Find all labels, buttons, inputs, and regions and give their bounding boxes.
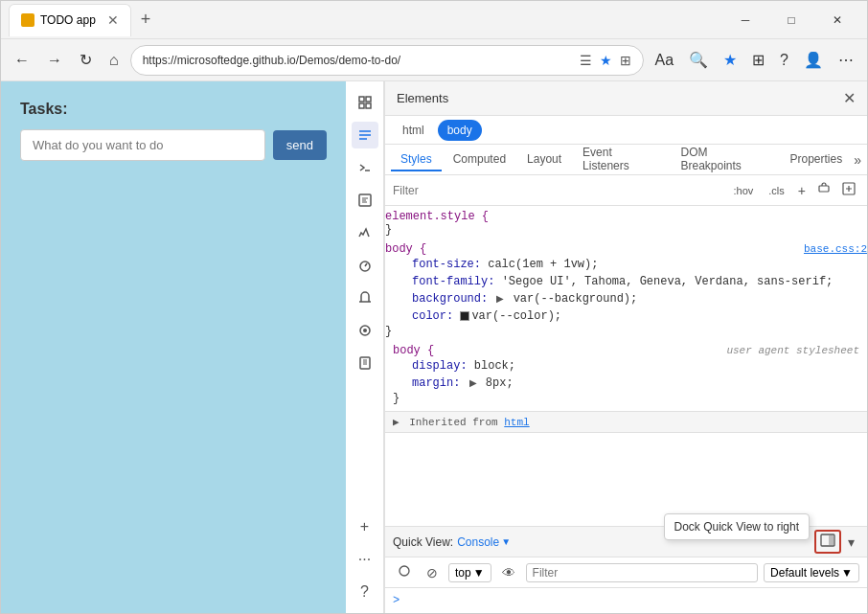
quick-view-dropdown-arrow: ▼ bbox=[501, 536, 511, 547]
forward-button[interactable]: → bbox=[41, 48, 68, 73]
svg-point-13 bbox=[400, 566, 409, 576]
sidebar-application-icon[interactable] bbox=[352, 317, 378, 344]
tab-styles[interactable]: Styles bbox=[391, 148, 442, 171]
svg-rect-9 bbox=[819, 186, 829, 192]
minimize-button[interactable]: ─ bbox=[723, 6, 767, 34]
body-rule: body { base.css:2 font-size: calc(1em + … bbox=[385, 242, 867, 338]
new-style-rule-button[interactable] bbox=[838, 180, 859, 200]
tab-close-button[interactable]: ✕ bbox=[107, 13, 119, 27]
devtools-header: Elements ✕ bbox=[385, 81, 867, 116]
add-style-rule-button[interactable]: + bbox=[794, 181, 810, 200]
send-button[interactable]: send bbox=[273, 130, 327, 160]
toggle-element-state-button[interactable] bbox=[813, 180, 834, 200]
sidebar-memory-icon[interactable] bbox=[352, 284, 378, 311]
svg-rect-12 bbox=[829, 535, 834, 545]
console-eye-button[interactable]: 👁 bbox=[497, 563, 520, 582]
dom-tab-body[interactable]: body bbox=[438, 120, 482, 141]
reader-icon: ☰ bbox=[580, 53, 592, 68]
element-style-selector: element.style { bbox=[385, 210, 489, 223]
devtools-panel: Elements ✕ html body Styles Computed Lay… bbox=[384, 81, 867, 613]
sidebar-sources-icon[interactable] bbox=[352, 187, 378, 214]
browser-toolbar: Aa 🔍 ★ ⊞ ? 👤 ⋯ bbox=[650, 47, 859, 73]
filter-bar: :hov .cls + bbox=[385, 175, 867, 206]
console-levels-dropdown[interactable]: Default levels ▼ bbox=[764, 563, 859, 582]
devtools-title: Elements bbox=[397, 91, 448, 105]
styles-panel-content: element.style { } body { base.css:2 font… bbox=[385, 206, 867, 526]
css-background: background: ▶ var(--background); bbox=[385, 290, 867, 307]
browser-wallet-button[interactable]: ⊞ bbox=[746, 47, 770, 73]
devtools-close-button[interactable]: ✕ bbox=[843, 89, 856, 107]
dock-quick-view-right-button[interactable] bbox=[814, 530, 841, 554]
inherited-chevron: ▶ bbox=[393, 417, 400, 428]
quick-view-dropdown[interactable]: Console ▼ bbox=[457, 535, 511, 549]
sidebar-network-icon[interactable] bbox=[352, 219, 378, 246]
css-font-family: font-family: 'Segoe UI', Tahoma, Geneva,… bbox=[385, 273, 867, 290]
dock-quick-view-tooltip: Dock Quick View to right bbox=[664, 513, 811, 540]
dom-tab-html[interactable]: html bbox=[393, 120, 434, 141]
settings-button[interactable]: ⋯ bbox=[833, 47, 859, 73]
tabs-more-button[interactable]: » bbox=[854, 152, 861, 168]
body-ua-selector: body { bbox=[393, 344, 434, 357]
sidebar-help-button[interactable]: ? bbox=[352, 579, 378, 605]
tab-properties[interactable]: Properties bbox=[781, 148, 853, 171]
todo-input-row: send bbox=[20, 129, 327, 161]
inherited-html-link[interactable]: html bbox=[504, 417, 529, 428]
background-expand-arrow[interactable]: ▶ bbox=[494, 293, 506, 304]
tab-computed[interactable]: Computed bbox=[444, 148, 515, 171]
profile-button[interactable]: 👤 bbox=[798, 47, 829, 73]
url-bar[interactable]: https://microsoftedge.github.io/Demos/de… bbox=[130, 45, 644, 76]
browser-tab[interactable]: TODO app ✕ bbox=[9, 4, 131, 36]
inherited-from-header: ▶ Inherited from html bbox=[385, 411, 867, 433]
sidebar-console-icon[interactable] bbox=[352, 154, 378, 181]
address-bar: ← → ↻ ⌂ https://microsoftedge.github.io/… bbox=[1, 39, 867, 81]
tab-event-listeners[interactable]: Event Listeners bbox=[573, 142, 669, 178]
read-aloud-button[interactable]: Aa bbox=[650, 48, 680, 73]
title-bar: TODO app ✕ + ─ □ ✕ bbox=[1, 1, 867, 39]
quick-view-label: Quick View: bbox=[393, 535, 453, 549]
sidebar-performance-icon[interactable] bbox=[352, 252, 378, 279]
cls-filter-button[interactable]: .cls bbox=[763, 183, 790, 198]
help-icon: ? bbox=[360, 583, 369, 601]
quick-view-more-button[interactable]: ▾ bbox=[843, 530, 859, 554]
filter-buttons: :hov .cls + bbox=[728, 180, 859, 200]
app-content: Tasks: send bbox=[1, 81, 346, 613]
help-button[interactable]: ? bbox=[774, 48, 794, 73]
console-levels-arrow: ▼ bbox=[841, 566, 853, 580]
tab-favicon bbox=[21, 13, 34, 27]
refresh-button[interactable]: ↻ bbox=[74, 47, 98, 73]
console-context-arrow: ▼ bbox=[473, 566, 485, 580]
devtools-sidebar: + ··· ? bbox=[346, 81, 384, 613]
margin-expand-arrow[interactable]: ▶ bbox=[468, 377, 479, 388]
sidebar-inspect-icon[interactable] bbox=[352, 89, 378, 116]
console-context-dropdown[interactable]: top ▼ bbox=[448, 563, 491, 582]
search-button[interactable]: 🔍 bbox=[683, 47, 714, 73]
sidebar-elements-icon[interactable] bbox=[352, 122, 378, 148]
console-prompt[interactable]: > bbox=[393, 594, 400, 607]
hov-filter-button[interactable]: :hov bbox=[728, 183, 760, 198]
todo-input[interactable] bbox=[20, 129, 265, 161]
inherited-label: Inherited from bbox=[409, 417, 497, 428]
css-margin: margin: ▶ 8px; bbox=[385, 375, 867, 392]
console-filter-toggle[interactable]: ⊘ bbox=[422, 563, 443, 582]
base-css-link[interactable]: base.css:2 bbox=[804, 243, 867, 255]
new-tab-button[interactable]: + bbox=[135, 10, 157, 30]
sidebar-customize-button[interactable]: ··· bbox=[352, 546, 378, 573]
window-controls: ─ □ ✕ bbox=[723, 6, 859, 34]
home-button[interactable]: ⌂ bbox=[103, 48, 125, 73]
tab-dom-breakpoints[interactable]: DOM Breakpoints bbox=[671, 142, 778, 178]
back-button[interactable]: ← bbox=[9, 48, 35, 73]
dom-tree-tabs: html body bbox=[385, 116, 867, 145]
close-window-button[interactable]: ✕ bbox=[815, 6, 859, 34]
console-clear-button[interactable] bbox=[393, 562, 416, 582]
devtools-main-tabs: Styles Computed Layout Event Listeners D… bbox=[385, 145, 867, 175]
console-filter-input[interactable] bbox=[526, 563, 758, 582]
body-selector: body { bbox=[385, 242, 426, 256]
sidebar-security-icon[interactable] bbox=[352, 350, 378, 376]
collections-icon: ⊞ bbox=[620, 53, 631, 68]
maximize-button[interactable]: □ bbox=[769, 6, 813, 34]
user-agent-comment: user agent stylesheet bbox=[726, 345, 859, 356]
styles-filter-input[interactable] bbox=[393, 184, 722, 197]
tab-layout[interactable]: Layout bbox=[517, 148, 571, 171]
favorites-button[interactable]: ★ bbox=[718, 47, 742, 73]
sidebar-more-tools-button[interactable]: + bbox=[352, 513, 378, 540]
